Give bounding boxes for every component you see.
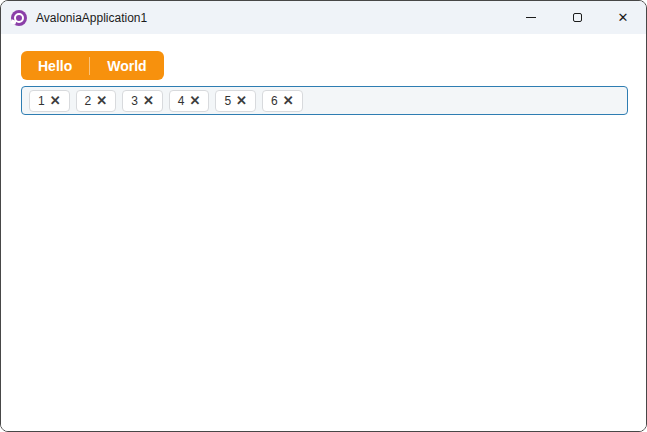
chip-remove-icon[interactable]: ✕ [283,94,294,107]
chip-value: 4 [178,94,185,108]
minimize-icon [526,17,536,18]
chip-remove-icon[interactable]: ✕ [96,94,107,107]
minimize-button[interactable] [508,1,554,34]
chip-remove-icon[interactable]: ✕ [236,94,247,107]
chip-5: 5 ✕ [215,90,256,112]
chip-value: 3 [131,94,138,108]
chip-remove-icon[interactable]: ✕ [143,94,154,107]
tags-input[interactable]: 1 ✕ 2 ✕ 3 ✕ 4 ✕ 5 ✕ 6 ✕ [21,86,628,115]
content-area: Hello World 1 ✕ 2 ✕ 3 ✕ 4 ✕ 5 [1,34,646,431]
chip-3: 3 ✕ [122,90,163,112]
chip-value: 5 [224,94,231,108]
chip-remove-icon[interactable]: ✕ [189,94,200,107]
chip-4: 4 ✕ [169,90,210,112]
chip-2: 2 ✕ [76,90,117,112]
avalonia-logo-icon [11,10,27,26]
chip-value: 1 [38,94,45,108]
caption-buttons: ✕ [508,1,646,34]
chip-6: 6 ✕ [262,90,303,112]
chip-value: 2 [85,94,92,108]
close-button[interactable]: ✕ [600,1,646,34]
maximize-icon [573,13,582,22]
maximize-button[interactable] [554,1,600,34]
app-window: AvaloniaApplication1 ✕ Hello World 1 ✕ [0,0,647,432]
titlebar[interactable]: AvaloniaApplication1 ✕ [1,1,646,34]
tab-hello[interactable]: Hello [21,51,89,80]
chip-1: 1 ✕ [29,90,70,112]
chip-remove-icon[interactable]: ✕ [50,94,61,107]
tab-world[interactable]: World [90,51,163,80]
chip-value: 6 [271,94,278,108]
close-icon: ✕ [618,11,629,24]
tab-strip: Hello World [21,51,164,80]
window-title: AvaloniaApplication1 [36,11,147,25]
